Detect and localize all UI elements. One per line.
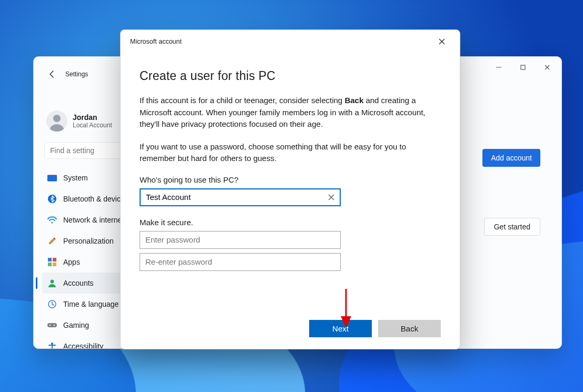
password-input[interactable] [140, 232, 340, 248]
svg-point-14 [51, 280, 54, 284]
gamepad-icon [47, 320, 57, 330]
dialog-close-button[interactable] [430, 34, 453, 49]
svg-point-18 [54, 325, 55, 326]
svg-rect-11 [53, 258, 56, 262]
apps-icon [47, 257, 57, 267]
svg-rect-12 [48, 263, 52, 266]
dialog-heading: Create a user for this PC [140, 69, 441, 83]
accessibility-icon [47, 341, 57, 349]
person-icon [47, 278, 57, 288]
add-account-button[interactable]: Add account [482, 149, 540, 167]
paintbrush-icon [47, 236, 57, 246]
close-icon [328, 194, 334, 200]
dialog-paragraph-2: If you want to use a password, choose so… [140, 141, 441, 165]
dialog-titlebar: Microsoft account [121, 30, 460, 53]
password-confirm-field[interactable] [140, 253, 341, 271]
nav-label: System [63, 174, 88, 182]
create-user-dialog: Microsoft account Create a user for this… [120, 29, 460, 349]
dialog-paragraph-1: If this account is for a child or teenag… [140, 95, 441, 130]
back-button[interactable]: Back [378, 320, 441, 337]
svg-point-17 [50, 325, 51, 326]
nav-label: Bluetooth & devices [63, 195, 129, 203]
system-icon [47, 173, 57, 183]
clear-input-button[interactable] [323, 194, 340, 200]
next-button[interactable]: Next [309, 320, 372, 337]
svg-rect-16 [47, 323, 57, 327]
nav-label: Time & language [63, 300, 118, 308]
secure-label: Make it secure. [140, 218, 441, 227]
get-started-button[interactable]: Get started [484, 218, 540, 236]
dialog-window-title: Microsoft account [130, 38, 182, 45]
svg-point-4 [53, 115, 61, 122]
svg-point-5 [50, 124, 64, 132]
nav-label: Network & internet [63, 216, 124, 224]
username-label: Who's going to use this PC? [140, 175, 441, 184]
username-input[interactable] [141, 189, 323, 205]
clock-globe-icon [47, 299, 57, 309]
nav-label: Apps [63, 258, 80, 266]
svg-rect-10 [48, 258, 52, 262]
close-icon [439, 38, 445, 45]
password-confirm-input[interactable] [140, 254, 340, 270]
password-field[interactable] [140, 231, 341, 249]
nav-label: Gaming [63, 321, 89, 329]
svg-rect-6 [47, 175, 57, 181]
avatar [46, 110, 67, 132]
wifi-icon [47, 215, 57, 225]
dialog-buttons: Next Back [309, 320, 441, 337]
username-field[interactable] [140, 188, 341, 206]
svg-rect-13 [53, 263, 56, 266]
bluetooth-icon [47, 194, 57, 204]
svg-point-19 [51, 343, 53, 345]
svg-point-9 [51, 222, 53, 223]
user-type: Local Account [73, 122, 112, 129]
nav-label: Accessibility [63, 342, 103, 349]
nav-label: Personalization [63, 237, 114, 245]
user-name: Jordan [73, 113, 112, 122]
nav-label: Accounts [63, 279, 94, 287]
